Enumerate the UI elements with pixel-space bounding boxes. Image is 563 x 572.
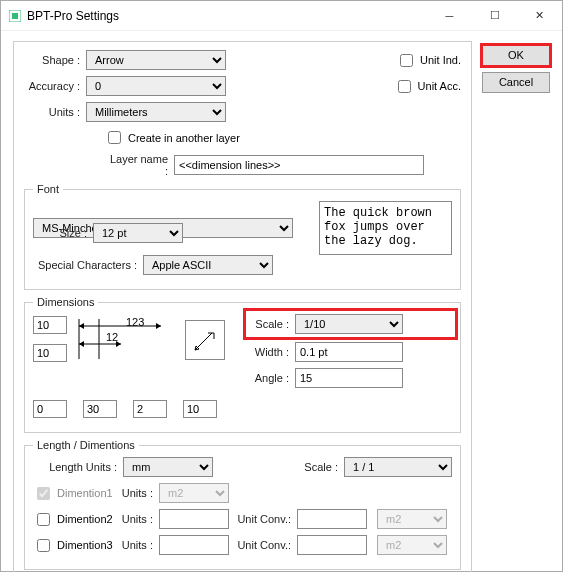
d1-units-select: m2 (159, 483, 229, 503)
dimension-diagram: 123 12 (71, 314, 171, 364)
d2-m2-select: m2 (377, 509, 447, 529)
dim-b3-input[interactable] (133, 400, 167, 418)
units-select[interactable]: Millimeters (86, 102, 226, 122)
close-button[interactable]: ✕ (517, 1, 562, 30)
font-group: Font MS-Mincho The quick brown fox jumps… (24, 183, 461, 290)
width-input[interactable] (295, 342, 403, 362)
length-units-select[interactable]: mm (123, 457, 213, 477)
window-controls: ─ ☐ ✕ (427, 1, 562, 30)
settings-panel: Shape : Arrow Unit Ind. Accuracy : 0 Uni… (13, 41, 472, 572)
dim-b1-input[interactable] (33, 400, 67, 418)
maximize-button[interactable]: ☐ (472, 1, 517, 30)
create-layer-checkbox[interactable]: Create in another layer (104, 128, 240, 147)
svg-text:123: 123 (126, 316, 144, 328)
scale-select[interactable]: 1/10 (295, 314, 403, 334)
layer-name-input[interactable] (174, 155, 424, 175)
angle-input[interactable] (295, 368, 403, 388)
d3-conv-input[interactable] (297, 535, 367, 555)
dim-v2-input[interactable] (33, 344, 67, 362)
units-label: Units : (24, 106, 86, 118)
unit-ind-checkbox[interactable]: Unit Ind. (396, 51, 461, 70)
font-size-select[interactable]: 12 pt (93, 223, 183, 243)
accuracy-label: Accuracy : (24, 80, 86, 92)
spchar-select[interactable]: Apple ASCII (143, 255, 273, 275)
scale-label: Scale : (249, 318, 295, 330)
d3-units-input[interactable] (159, 535, 229, 555)
length-group: Length / Dimentions Length Units : mm Sc… (24, 439, 461, 570)
dimention1-checkbox: Dimention1 (33, 484, 121, 503)
cancel-button[interactable]: Cancel (482, 72, 550, 93)
side-buttons: OK Cancel (482, 41, 550, 572)
window-title: BPT-Pro Settings (27, 9, 427, 23)
shape-label: Shape : (24, 54, 86, 66)
font-preview: The quick brown fox jumps over the lazy … (319, 201, 452, 255)
d2-units-input[interactable] (159, 509, 229, 529)
ok-button[interactable]: OK (482, 45, 550, 66)
dimention3-checkbox[interactable]: Dimention3 (33, 536, 121, 555)
width-label: Width : (249, 346, 295, 358)
titlebar: BPT-Pro Settings ─ ☐ ✕ (1, 1, 562, 31)
svg-rect-1 (12, 13, 18, 19)
angle-label: Angle : (249, 372, 295, 384)
accuracy-select[interactable]: 0 (86, 76, 226, 96)
dim-v1-input[interactable] (33, 316, 67, 334)
font-size-label: Size : (33, 227, 93, 239)
font-legend: Font (33, 183, 63, 195)
app-window: BPT-Pro Settings ─ ☐ ✕ Shape : Arrow Uni… (0, 0, 563, 572)
dim-b4-input[interactable] (183, 400, 217, 418)
dim-b2-input[interactable] (83, 400, 117, 418)
dimensions-legend: Dimensions (33, 296, 98, 308)
len-scale-label: Scale : (298, 461, 344, 473)
svg-text:12: 12 (106, 331, 118, 343)
spchar-label: Special Characters : (33, 259, 143, 271)
dimensions-group: Dimensions 123 12 (24, 296, 461, 433)
arrow-style-preview (185, 320, 225, 360)
len-scale-select[interactable]: 1 / 1 (344, 457, 452, 477)
dimention2-checkbox[interactable]: Dimention2 (33, 510, 121, 529)
length-units-label: Length Units : (33, 461, 123, 473)
minimize-button[interactable]: ─ (427, 1, 472, 30)
window-body: Shape : Arrow Unit Ind. Accuracy : 0 Uni… (1, 31, 562, 572)
app-icon (9, 10, 21, 22)
unit-acc-checkbox[interactable]: Unit Acc. (394, 77, 461, 96)
length-legend: Length / Dimentions (33, 439, 139, 451)
shape-select[interactable]: Arrow (86, 50, 226, 70)
layer-name-label: Layer name : (104, 153, 174, 177)
d3-m2-select: m2 (377, 535, 447, 555)
d2-conv-input[interactable] (297, 509, 367, 529)
